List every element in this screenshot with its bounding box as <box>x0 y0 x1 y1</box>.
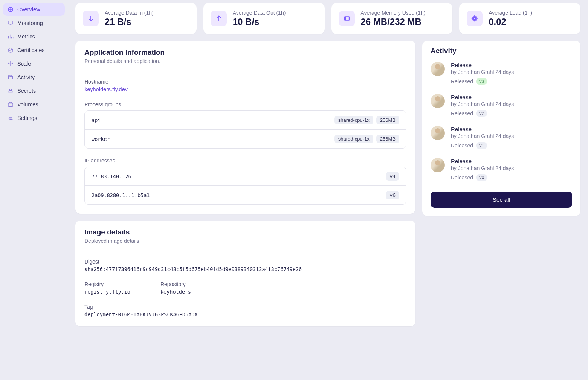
sidebar-item-label: Secrets <box>17 88 36 94</box>
version-badge: v1 <box>476 142 487 149</box>
stat-value: 10 B/s <box>233 17 286 27</box>
sidebar-item-volumes[interactable]: Volumes <box>3 98 65 111</box>
sidebar-item-label: Activity <box>17 74 35 80</box>
activity-item-meta: by Jonathan Grahl 24 days <box>451 101 572 107</box>
activity-item-title: Release <box>451 94 572 100</box>
ip-version-pill: v4 <box>386 172 399 181</box>
card-title: Application Information <box>84 48 406 57</box>
check-badge-icon <box>8 47 14 53</box>
ip-address: 2a09:8280:1::1:b5a1 <box>92 192 150 198</box>
process-groups-list: api shared-cpu-1x 256MB worker <box>84 110 406 149</box>
stat-label: Average Data Out (1h) <box>233 10 286 16</box>
sidebar-item-secrets[interactable]: Secrets <box>3 84 65 97</box>
cpu-pill: shared-cpu-1x <box>334 135 373 143</box>
ip-row: 77.83.140.126 v4 <box>85 167 406 186</box>
stat-value: 0.02 <box>489 17 532 27</box>
hostname-link[interactable]: keyholders.fly.dev <box>84 86 128 92</box>
ip-list: 77.83.140.126 v4 2a09:8280:1::1:b5a1 v6 <box>84 167 406 205</box>
process-groups-label: Process groups <box>84 101 406 107</box>
version-badge: v0 <box>476 174 487 181</box>
sidebar-item-activity[interactable]: Activity <box>3 71 65 84</box>
activity-item-meta: by Jonathan Grahl 24 days <box>451 133 572 139</box>
settings-icon <box>8 115 14 121</box>
mem-pill: 256MB <box>376 116 399 124</box>
memory-icon <box>339 11 355 26</box>
sidebar-item-label: Scale <box>17 61 31 67</box>
sidebar-item-label: Volumes <box>17 101 38 107</box>
ip-row: 2a09:8280:1::1:b5a1 v6 <box>85 186 406 204</box>
process-group-row: worker shared-cpu-1x 256MB <box>85 130 406 148</box>
arrow-up-icon <box>211 11 227 26</box>
activity-card: Activity Releaseby Jonathan Grahl 24 day… <box>422 41 580 216</box>
svg-point-2 <box>8 48 13 52</box>
lock-icon <box>8 88 14 94</box>
activity-item[interactable]: Releaseby Jonathan Grahl 24 daysReleased… <box>431 158 572 190</box>
repository-value: keyholders <box>160 289 191 295</box>
stat-label: Average Load (1h) <box>489 10 532 16</box>
activity-icon <box>8 74 14 80</box>
stat-card-load: Average Load (1h) 0.02 <box>459 3 580 34</box>
arrow-down-icon <box>83 11 99 26</box>
card-subtitle: Personal details and application. <box>84 58 406 64</box>
registry-value: registry.fly.io <box>84 289 130 295</box>
avatar <box>431 126 445 140</box>
stat-card-data-out: Average Data Out (1h) 10 B/s <box>203 3 325 34</box>
svg-rect-7 <box>474 18 476 20</box>
chart-icon <box>8 34 14 40</box>
activity-item-title: Release <box>451 62 572 68</box>
ip-version-pill: v6 <box>386 191 399 199</box>
process-name: api <box>92 117 101 123</box>
sidebar-item-label: Certificates <box>17 47 45 53</box>
svg-rect-1 <box>8 21 13 24</box>
cpu-icon <box>467 11 483 26</box>
image-details-card: Image details Deployed image details Dig… <box>75 221 415 326</box>
process-group-row: api shared-cpu-1x 256MB <box>85 111 406 130</box>
activity-item-title: Release <box>451 158 572 164</box>
stat-label: Average Memory Used (1h) <box>361 10 426 16</box>
sidebar-item-label: Settings <box>17 115 37 121</box>
ip-addresses-label: IP addresses <box>84 158 406 164</box>
sidebar-item-scale[interactable]: Scale <box>3 57 65 70</box>
activity-item[interactable]: Releaseby Jonathan Grahl 24 daysReleased… <box>431 62 572 94</box>
stat-label: Average Data In (1h) <box>105 10 154 16</box>
sidebar-item-label: Metrics <box>17 34 35 40</box>
version-badge: v2 <box>476 110 487 117</box>
scale-icon <box>8 61 14 67</box>
tag-label: Tag <box>84 304 406 310</box>
sidebar: Overview Monitoring Metrics Certificates… <box>0 3 68 380</box>
sidebar-item-label: Monitoring <box>17 20 43 26</box>
sidebar-item-monitoring[interactable]: Monitoring <box>3 17 65 29</box>
stat-value: 21 B/s <box>105 17 154 27</box>
card-title: Image details <box>84 228 406 236</box>
activity-item[interactable]: Releaseby Jonathan Grahl 24 daysReleased… <box>431 126 572 158</box>
monitor-icon <box>8 20 14 26</box>
stat-card-data-in: Average Data In (1h) 21 B/s <box>75 3 197 34</box>
activity-item-meta: by Jonathan Grahl 24 days <box>451 69 572 75</box>
sidebar-item-settings[interactable]: Settings <box>3 112 65 124</box>
stat-value: 26 MB/232 MB <box>361 17 426 27</box>
activity-item[interactable]: Releaseby Jonathan Grahl 24 daysReleased… <box>431 94 572 126</box>
activity-item-status: Releasedv3 <box>451 78 572 85</box>
activity-title: Activity <box>431 47 572 55</box>
avatar <box>431 158 445 172</box>
ip-address: 77.83.140.126 <box>92 173 131 179</box>
digest-value: sha256:477f7396416c9c949d31c48c5f5d675eb… <box>84 266 406 272</box>
sidebar-item-certificates[interactable]: Certificates <box>3 44 65 57</box>
sidebar-item-overview[interactable]: Overview <box>3 3 65 16</box>
stat-row: Average Data In (1h) 21 B/s Average Data… <box>68 3 580 34</box>
sidebar-item-label: Overview <box>17 6 40 12</box>
see-all-button[interactable]: See all <box>431 192 572 208</box>
cpu-pill: shared-cpu-1x <box>334 116 373 124</box>
process-name: worker <box>92 136 110 142</box>
avatar <box>431 94 445 108</box>
tag-value: deployment-01GMF1AHKJVJG3PSCKAGPD5ADX <box>84 311 406 317</box>
activity-item-status: Releasedv0 <box>451 174 572 181</box>
sidebar-item-metrics[interactable]: Metrics <box>3 30 65 43</box>
repository-label: Repository <box>160 281 191 287</box>
hostname-label: Hostname <box>84 79 406 85</box>
activity-item-title: Release <box>451 126 572 132</box>
svg-rect-6 <box>473 17 477 20</box>
version-badge: v3 <box>476 78 487 85</box>
digest-label: Digest <box>84 259 406 265</box>
avatar <box>431 62 445 76</box>
